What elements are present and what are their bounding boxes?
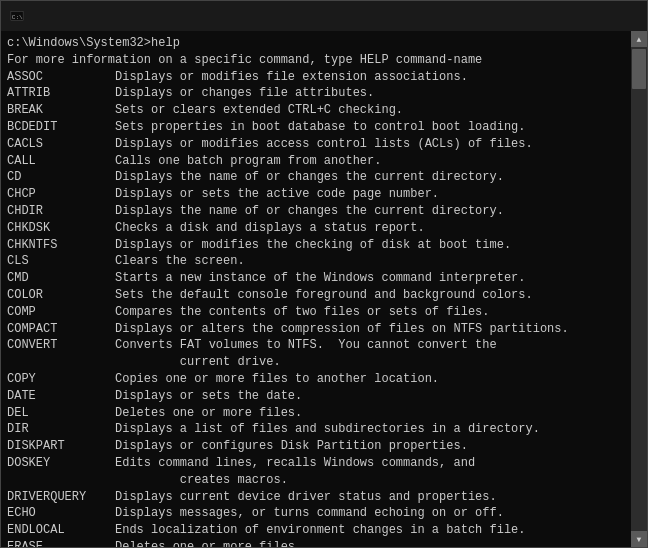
title-bar: C:\ [1, 1, 647, 31]
scrollbar[interactable]: ▲ ▼ [631, 31, 647, 547]
window-controls [501, 1, 639, 31]
scroll-down-button[interactable]: ▼ [631, 531, 647, 547]
svg-text:C:\: C:\ [12, 14, 23, 21]
content-area: c:\Windows\System32>help For more inform… [1, 31, 647, 547]
cmd-window: C:\ c:\Windows\System32>help For more in… [0, 0, 648, 548]
app-icon: C:\ [9, 8, 25, 24]
minimize-button[interactable] [501, 1, 547, 31]
terminal-output[interactable]: c:\Windows\System32>help For more inform… [1, 31, 631, 547]
scroll-thumb[interactable] [632, 49, 646, 89]
maximize-button[interactable] [547, 1, 593, 31]
scroll-track[interactable] [631, 47, 647, 531]
close-button[interactable] [593, 1, 639, 31]
scroll-up-button[interactable]: ▲ [631, 31, 647, 47]
